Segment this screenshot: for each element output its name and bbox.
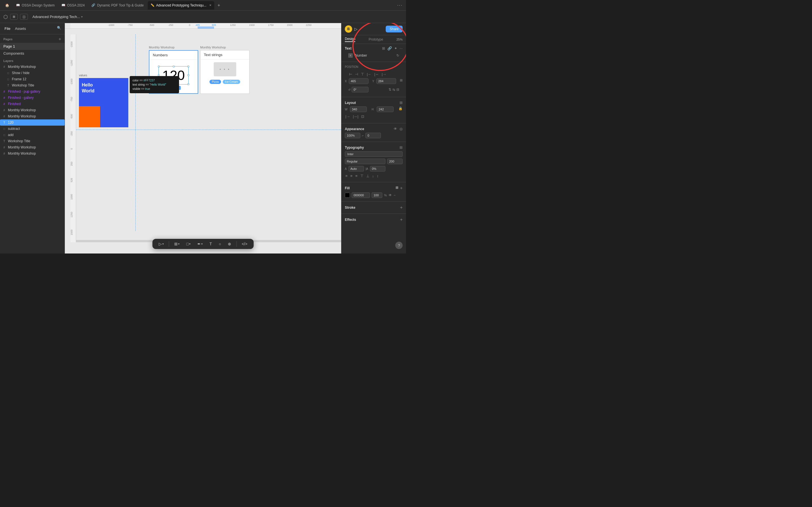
design-tab[interactable]: Design xyxy=(345,37,355,42)
tab-dynamic-pdf[interactable]: 🔗 Dynamic PDF Tool Tip & Guide xyxy=(89,1,146,10)
line-height-input[interactable] xyxy=(349,166,364,172)
layout-icon-1[interactable]: |→ xyxy=(345,114,350,119)
text-tool[interactable]: T xyxy=(208,240,214,247)
canvas-content[interactable]: -1500 -1250 -1000 -750 -500 -250 0 250 5… xyxy=(70,29,341,242)
font-size-input[interactable] xyxy=(387,159,403,164)
x-input[interactable] xyxy=(349,78,368,84)
link-icon[interactable]: 🔗 xyxy=(388,46,392,50)
add-stroke-button[interactable]: + xyxy=(400,205,403,210)
constraints-icon[interactable]: ⊞ xyxy=(400,78,403,84)
home-tab[interactable]: 🏠 xyxy=(2,1,12,10)
layer-workshop-title-1[interactable]: T Workshop Title xyxy=(0,82,64,89)
text-align-right-btn[interactable]: ≡ xyxy=(355,173,358,179)
shape-tool[interactable]: □ ▾ xyxy=(185,240,192,247)
page-item-components[interactable]: Components xyxy=(0,50,64,57)
prototype-tab[interactable]: Prototype xyxy=(368,38,383,41)
handle-tm[interactable] xyxy=(173,66,174,67)
layout-icon-3[interactable]: ⊡ xyxy=(361,114,365,119)
fill-visibility-button[interactable]: 👁 xyxy=(389,193,392,197)
text-align-left-btn[interactable]: ≡ xyxy=(345,173,348,179)
layer-monthly-workshop-5[interactable]: # Monthly Workshop xyxy=(0,151,64,157)
layer-subtract[interactable]: □ subtract xyxy=(0,126,64,132)
fill-grid-icon[interactable]: ⊞ xyxy=(396,186,398,191)
radius-input[interactable] xyxy=(365,133,381,138)
layer-monthly-workshop-1[interactable]: # Monthly Workshop xyxy=(0,64,64,70)
blue-box[interactable]: HelloWorld xyxy=(79,78,128,127)
layer-monthly-workshop-4[interactable]: # Monthly Workshop xyxy=(0,144,64,151)
handle-tl[interactable] xyxy=(158,66,160,67)
lock-ratio-icon[interactable]: 🔒 xyxy=(398,107,403,112)
help-button[interactable]: ? xyxy=(395,242,403,249)
h-input[interactable] xyxy=(377,107,394,112)
align-middle-icon[interactable]: |↔ xyxy=(373,71,379,77)
mirror-icon[interactable]: ⇆ xyxy=(393,88,395,92)
opacity-input[interactable] xyxy=(345,133,360,138)
handle-br[interactable] xyxy=(188,83,189,85)
layer-finished[interactable]: # Finished xyxy=(0,101,64,107)
new-tab-button[interactable]: + xyxy=(215,2,222,9)
share-button[interactable]: Share xyxy=(386,25,403,33)
layer-frame-12[interactable]: □ Frame 12 xyxy=(0,76,64,82)
w-input[interactable] xyxy=(350,107,367,112)
text-more-btn[interactable]: ↕ xyxy=(376,173,379,179)
panels-button[interactable]: ◫ xyxy=(20,14,28,20)
left-canvas-element[interactable]: values HelloWorld color == #FF7237 text … xyxy=(79,74,128,127)
align-right-icon[interactable]: ⊤ xyxy=(360,71,365,77)
add-page-button[interactable]: + xyxy=(59,37,61,42)
tab-ossa-2024[interactable]: 📖 OSSA 2024 xyxy=(59,1,88,10)
text-valign-bot-btn[interactable]: ↓ xyxy=(371,173,375,179)
layer-show-hide[interactable]: □ Show / hide xyxy=(0,70,64,76)
layer-finished-pup[interactable]: # Finished - pup gallery xyxy=(0,89,64,95)
add-fill-button[interactable]: + xyxy=(400,186,403,191)
y-input[interactable] xyxy=(376,78,396,84)
refresh-icon[interactable]: ↻ xyxy=(396,54,399,57)
layer-120[interactable]: T 120 xyxy=(0,119,64,126)
align-center-icon[interactable]: ⊣ xyxy=(354,71,359,77)
select-tool[interactable]: ▷ ▾ xyxy=(157,240,165,247)
pen-tool[interactable]: ✒ ▾ xyxy=(196,240,204,247)
layer-finished-gallery[interactable]: # Finished - gallery xyxy=(0,95,64,101)
layout-icon-2[interactable]: |↔| xyxy=(352,114,359,119)
layer-monthly-workshop-2[interactable]: # Monthly Workshop xyxy=(0,107,64,113)
frame-text-strings-container[interactable]: Monthly Workshop Text strings • • • Pizz… xyxy=(200,46,250,94)
play-button[interactable]: ▷ xyxy=(354,27,357,31)
add-effect-button[interactable]: + xyxy=(400,217,403,222)
frame-tool[interactable]: ⊞ ▾ xyxy=(172,240,181,247)
align-bottom-icon[interactable]: |→ xyxy=(381,71,387,77)
eye-icon[interactable]: 👁 xyxy=(394,127,397,131)
text-valign-mid-btn[interactable]: ⊥ xyxy=(366,173,370,179)
font-style-select[interactable]: Regular xyxy=(345,159,386,164)
remove-fill-button[interactable]: − xyxy=(394,193,396,197)
document-title[interactable]: Advanced Prototyping Tech... ▾ xyxy=(33,15,83,19)
blend-icon[interactable]: ◎ xyxy=(400,127,403,131)
ellipse-tool[interactable]: ○ xyxy=(217,240,223,247)
tab-advanced-proto[interactable]: ✏️ Advanced Prototyping Techniqu... ✕ xyxy=(148,1,214,10)
font-family-select[interactable]: Inter xyxy=(345,151,403,157)
search-icon[interactable]: 🔍 xyxy=(57,26,61,31)
frame-text-strings-box[interactable]: Text strings • • • Pizza Ice Cream xyxy=(200,50,250,94)
layer-add[interactable]: □ add xyxy=(0,132,64,138)
code-tool[interactable]: </> xyxy=(240,240,249,247)
browser-more-button[interactable]: ··· xyxy=(396,2,404,9)
color-swatch[interactable] xyxy=(345,193,350,198)
align-left-icon[interactable]: ⊢ xyxy=(348,71,353,77)
layout-expand-icon[interactable]: ⊞ xyxy=(400,101,403,105)
flip-icon[interactable]: ⇅ xyxy=(389,88,391,92)
text-align-center-btn[interactable]: ≡ xyxy=(350,173,353,179)
tab-ossa-design[interactable]: 📖 OSSA Design System xyxy=(13,1,57,10)
layer-monthly-workshop-3[interactable]: # Monthly Workshop xyxy=(0,113,64,119)
star-icon[interactable]: ✦ xyxy=(394,46,397,50)
more-icon[interactable]: ··· xyxy=(400,46,403,50)
letter-spacing-input[interactable] xyxy=(370,166,386,172)
tab-close-4[interactable]: ✕ xyxy=(209,4,211,7)
page-item-page1[interactable]: Page 1 xyxy=(0,43,64,50)
handle-mr[interactable] xyxy=(188,74,189,76)
grid-icon[interactable]: ⊞ xyxy=(382,46,385,50)
canvas-area[interactable]: -1000 -750 -500 -250 0 465 805 1250 1500… xyxy=(65,23,341,253)
handle-tr[interactable] xyxy=(188,66,189,67)
fill-opacity-input[interactable] xyxy=(371,192,382,198)
sidebar-tab-assets[interactable]: Assets xyxy=(14,26,27,31)
align-top-icon[interactable]: |← xyxy=(366,71,372,77)
fill-hex-input[interactable] xyxy=(352,192,370,198)
component-tool[interactable]: ⊕ xyxy=(226,240,233,247)
